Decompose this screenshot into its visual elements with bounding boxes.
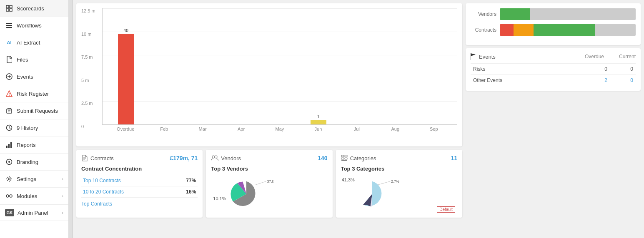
bar-sep <box>415 8 453 124</box>
sidebar-item-submit-requests[interactable]: Submit Requests <box>0 102 68 119</box>
svg-rect-19 <box>10 142 12 148</box>
other-events-label: Other Events <box>471 75 584 86</box>
left-column: 12.5 m 10 m 7.5 m 5 m 2.5 m 0 <box>76 3 462 235</box>
bar-jun: 1 <box>299 8 338 124</box>
sidebar-item-branding[interactable]: Branding <box>0 154 68 171</box>
right-column: Vendors Contracts <box>466 3 641 235</box>
vendors-pie-label-1: 10.1% <box>213 196 226 201</box>
contracts-bar-orange <box>514 24 534 36</box>
admin-panel-arrow-icon: › <box>62 210 63 215</box>
categories-card-title: Categories <box>350 155 376 161</box>
sidebar-item-submit-requests-label: Submit Requests <box>17 108 63 114</box>
main-content: 12.5 m 10 m 7.5 m 5 m 2.5 m 0 <box>73 0 644 238</box>
sidebar-item-history[interactable]: 9 History <box>0 119 68 136</box>
svg-point-22 <box>8 178 10 180</box>
svg-rect-4 <box>6 23 12 24</box>
settings-arrow-icon: › <box>62 176 63 181</box>
y-label-4: 2.5 m <box>81 101 100 106</box>
modules-arrow-icon: › <box>62 193 63 198</box>
y-label-0: 12.5 m <box>81 8 100 13</box>
svg-rect-35 <box>345 158 347 159</box>
top-contracts-link[interactable]: Top Contracts <box>81 201 198 207</box>
categories-legend-default: Default <box>437 206 455 213</box>
10to20-contracts-link[interactable]: 10 to 20 Contracts <box>83 189 124 195</box>
x-label-may: May <box>261 125 299 131</box>
contracts-card-header: Contracts £179m, 71 <box>81 155 198 161</box>
sidebar-item-workflows-label: Workflows <box>17 22 63 29</box>
contracts-title-row: Contracts <box>81 155 114 161</box>
sidebar-item-modules[interactable]: Modules › <box>0 188 68 205</box>
admin-panel-icon: GK <box>5 209 14 216</box>
other-events-overdue: 2 <box>584 75 610 86</box>
sidebar-item-reports-label: Reports <box>17 142 63 148</box>
categories-icon <box>341 155 348 161</box>
sidebar-item-settings[interactable]: Settings › <box>0 171 68 188</box>
status-bars-card: Vendors Contracts <box>466 3 641 45</box>
categories-pie-svg: 2.7% <box>345 177 399 211</box>
vendors-bar-green <box>500 8 530 20</box>
svg-text:2.7%: 2.7% <box>391 179 399 183</box>
svg-line-30 <box>256 181 266 185</box>
sidebar-item-events[interactable]: Events <box>0 68 68 85</box>
settings-icon <box>5 175 13 183</box>
sidebar-item-scorecards-label: Scorecards <box>17 5 63 12</box>
bottom-cards-row: Contracts £179m, 71 Contract Concentrati… <box>76 150 462 218</box>
other-events-overdue-link[interactable]: 2 <box>604 77 607 83</box>
svg-rect-33 <box>345 155 347 157</box>
svg-rect-17 <box>6 146 8 148</box>
bar-aug <box>376 8 414 124</box>
y-label-5: 0 <box>81 124 100 129</box>
sidebar-item-scorecards[interactable]: Scorecards <box>0 0 68 17</box>
svg-rect-6 <box>6 27 12 28</box>
categories-card-header: Categories 11 <box>341 155 457 161</box>
x-label-jul: Jul <box>338 125 376 131</box>
sidebar-item-risk-register[interactable]: Risk Register <box>0 85 68 102</box>
contracts-icon <box>81 155 88 161</box>
svg-rect-0 <box>6 5 9 8</box>
sidebar: Scorecards Workflows AI AI Extract Files… <box>0 0 69 238</box>
svg-rect-18 <box>8 144 10 148</box>
categories-card: Categories 11 Top 3 Categories 41.3% <box>336 150 462 218</box>
contracts-bar-red <box>500 24 514 36</box>
events-title-row: Events Overdue Current <box>471 53 636 60</box>
10to20-contracts-value: 16% <box>171 186 198 198</box>
x-label-feb: Feb <box>145 125 183 131</box>
svg-point-28 <box>212 156 215 158</box>
sidebar-item-risk-register-label: Risk Register <box>17 91 63 97</box>
flag-icon <box>471 53 476 60</box>
vendors-pie-area: 10.1% 37.8% <box>211 175 327 213</box>
svg-point-23 <box>6 195 9 197</box>
events-table: Risks 0 0 Other Events 2 0 <box>471 63 636 86</box>
sidebar-item-ai-extract[interactable]: AI AI Extract <box>0 34 68 51</box>
vendors-status-row: Vendors <box>471 8 636 20</box>
svg-text:37.8%: 37.8% <box>267 179 274 183</box>
sidebar-item-files[interactable]: Files <box>0 51 68 68</box>
vendors-card: Vendors 140 Top 3 Vendors 10.1% <box>206 150 332 218</box>
bar-mar <box>184 8 222 124</box>
vendors-title-row: Vendors <box>211 155 241 161</box>
svg-line-37 <box>378 181 390 185</box>
sidebar-item-modules-label: Modules <box>17 193 62 199</box>
sidebar-item-reports[interactable]: Reports <box>0 136 68 154</box>
reports-icon <box>5 141 13 149</box>
concentration-table: Top 10 Contracts 77% 10 to 20 Contracts … <box>81 175 198 198</box>
files-icon <box>5 55 13 64</box>
sidebar-item-branding-label: Branding <box>17 159 63 165</box>
events-row-risks: Risks 0 0 <box>471 64 636 75</box>
contracts-card-title: Contracts <box>90 155 114 161</box>
contracts-status-label: Contracts <box>471 27 500 33</box>
sidebar-item-workflows[interactable]: Workflows <box>0 17 68 34</box>
y-label-1: 10 m <box>81 32 100 37</box>
other-events-current-value: 0 <box>630 77 633 83</box>
categories-title-row: Categories <box>341 155 376 161</box>
content-grid: 12.5 m 10 m 7.5 m 5 m 2.5 m 0 <box>73 0 644 238</box>
top10-contracts-link[interactable]: Top 10 Contracts <box>83 178 121 183</box>
risk-register-icon <box>5 89 13 98</box>
svg-point-21 <box>8 161 10 163</box>
svg-point-12 <box>9 95 10 96</box>
sidebar-item-admin-panel[interactable]: GK Admin Panel › <box>0 205 68 221</box>
submit-requests-icon <box>5 107 13 115</box>
svg-rect-5 <box>6 25 12 26</box>
history-icon <box>5 124 13 132</box>
svg-marker-39 <box>471 53 476 56</box>
